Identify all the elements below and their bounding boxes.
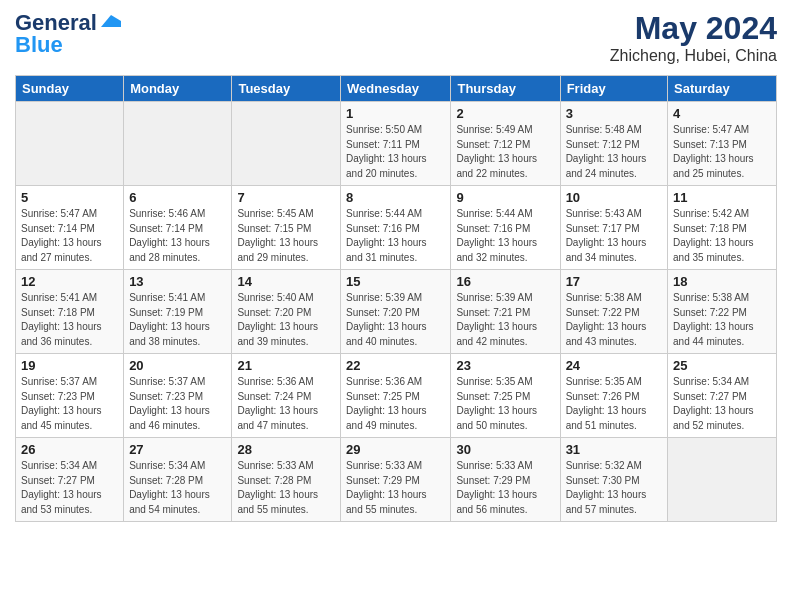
day-info-22: Sunrise: 5:36 AM Sunset: 7:25 PM Dayligh… xyxy=(346,375,445,433)
calendar-cell-4-2: 28Sunrise: 5:33 AM Sunset: 7:28 PM Dayli… xyxy=(232,438,341,522)
day-info-4: Sunrise: 5:47 AM Sunset: 7:13 PM Dayligh… xyxy=(673,123,771,181)
day-info-16: Sunrise: 5:39 AM Sunset: 7:21 PM Dayligh… xyxy=(456,291,554,349)
calendar-cell-1-6: 11Sunrise: 5:42 AM Sunset: 7:18 PM Dayli… xyxy=(668,186,777,270)
location-title: Zhicheng, Hubei, China xyxy=(610,47,777,65)
logo: General Blue xyxy=(15,10,121,58)
day-info-13: Sunrise: 5:41 AM Sunset: 7:19 PM Dayligh… xyxy=(129,291,226,349)
day-number-12: 12 xyxy=(21,274,118,289)
day-number-10: 10 xyxy=(566,190,662,205)
day-number-19: 19 xyxy=(21,358,118,373)
day-info-11: Sunrise: 5:42 AM Sunset: 7:18 PM Dayligh… xyxy=(673,207,771,265)
calendar-cell-3-4: 23Sunrise: 5:35 AM Sunset: 7:25 PM Dayli… xyxy=(451,354,560,438)
day-info-2: Sunrise: 5:49 AM Sunset: 7:12 PM Dayligh… xyxy=(456,123,554,181)
day-info-28: Sunrise: 5:33 AM Sunset: 7:28 PM Dayligh… xyxy=(237,459,335,517)
day-number-20: 20 xyxy=(129,358,226,373)
day-number-29: 29 xyxy=(346,442,445,457)
day-info-17: Sunrise: 5:38 AM Sunset: 7:22 PM Dayligh… xyxy=(566,291,662,349)
calendar-cell-1-3: 8Sunrise: 5:44 AM Sunset: 7:16 PM Daylig… xyxy=(341,186,451,270)
logo-blue-text: Blue xyxy=(15,32,63,58)
day-info-8: Sunrise: 5:44 AM Sunset: 7:16 PM Dayligh… xyxy=(346,207,445,265)
logo-icon xyxy=(99,13,121,29)
day-number-18: 18 xyxy=(673,274,771,289)
day-number-15: 15 xyxy=(346,274,445,289)
calendar-cell-1-1: 6Sunrise: 5:46 AM Sunset: 7:14 PM Daylig… xyxy=(124,186,232,270)
weekday-header-row: Sunday Monday Tuesday Wednesday Thursday… xyxy=(16,76,777,102)
day-info-3: Sunrise: 5:48 AM Sunset: 7:12 PM Dayligh… xyxy=(566,123,662,181)
day-info-23: Sunrise: 5:35 AM Sunset: 7:25 PM Dayligh… xyxy=(456,375,554,433)
calendar-cell-4-5: 31Sunrise: 5:32 AM Sunset: 7:30 PM Dayli… xyxy=(560,438,667,522)
header: General Blue May 2024 Zhicheng, Hubei, C… xyxy=(15,10,777,65)
day-info-20: Sunrise: 5:37 AM Sunset: 7:23 PM Dayligh… xyxy=(129,375,226,433)
calendar-cell-2-5: 17Sunrise: 5:38 AM Sunset: 7:22 PM Dayli… xyxy=(560,270,667,354)
day-number-30: 30 xyxy=(456,442,554,457)
day-info-26: Sunrise: 5:34 AM Sunset: 7:27 PM Dayligh… xyxy=(21,459,118,517)
calendar-cell-0-6: 4Sunrise: 5:47 AM Sunset: 7:13 PM Daylig… xyxy=(668,102,777,186)
calendar-cell-2-4: 16Sunrise: 5:39 AM Sunset: 7:21 PM Dayli… xyxy=(451,270,560,354)
day-info-14: Sunrise: 5:40 AM Sunset: 7:20 PM Dayligh… xyxy=(237,291,335,349)
day-number-21: 21 xyxy=(237,358,335,373)
calendar-cell-1-0: 5Sunrise: 5:47 AM Sunset: 7:14 PM Daylig… xyxy=(16,186,124,270)
week-row-3: 12Sunrise: 5:41 AM Sunset: 7:18 PM Dayli… xyxy=(16,270,777,354)
calendar-cell-0-5: 3Sunrise: 5:48 AM Sunset: 7:12 PM Daylig… xyxy=(560,102,667,186)
day-info-30: Sunrise: 5:33 AM Sunset: 7:29 PM Dayligh… xyxy=(456,459,554,517)
day-info-29: Sunrise: 5:33 AM Sunset: 7:29 PM Dayligh… xyxy=(346,459,445,517)
day-number-22: 22 xyxy=(346,358,445,373)
calendar-cell-0-3: 1Sunrise: 5:50 AM Sunset: 7:11 PM Daylig… xyxy=(341,102,451,186)
day-number-28: 28 xyxy=(237,442,335,457)
header-sunday: Sunday xyxy=(16,76,124,102)
calendar-cell-4-0: 26Sunrise: 5:34 AM Sunset: 7:27 PM Dayli… xyxy=(16,438,124,522)
calendar-cell-2-1: 13Sunrise: 5:41 AM Sunset: 7:19 PM Dayli… xyxy=(124,270,232,354)
header-wednesday: Wednesday xyxy=(341,76,451,102)
header-saturday: Saturday xyxy=(668,76,777,102)
day-number-5: 5 xyxy=(21,190,118,205)
calendar-cell-0-2 xyxy=(232,102,341,186)
header-friday: Friday xyxy=(560,76,667,102)
header-tuesday: Tuesday xyxy=(232,76,341,102)
day-info-5: Sunrise: 5:47 AM Sunset: 7:14 PM Dayligh… xyxy=(21,207,118,265)
header-thursday: Thursday xyxy=(451,76,560,102)
day-number-11: 11 xyxy=(673,190,771,205)
day-info-10: Sunrise: 5:43 AM Sunset: 7:17 PM Dayligh… xyxy=(566,207,662,265)
calendar-cell-0-1 xyxy=(124,102,232,186)
day-number-1: 1 xyxy=(346,106,445,121)
day-number-27: 27 xyxy=(129,442,226,457)
day-number-13: 13 xyxy=(129,274,226,289)
calendar-cell-3-3: 22Sunrise: 5:36 AM Sunset: 7:25 PM Dayli… xyxy=(341,354,451,438)
week-row-2: 5Sunrise: 5:47 AM Sunset: 7:14 PM Daylig… xyxy=(16,186,777,270)
day-info-9: Sunrise: 5:44 AM Sunset: 7:16 PM Dayligh… xyxy=(456,207,554,265)
day-number-3: 3 xyxy=(566,106,662,121)
title-section: May 2024 Zhicheng, Hubei, China xyxy=(610,10,777,65)
calendar-cell-3-0: 19Sunrise: 5:37 AM Sunset: 7:23 PM Dayli… xyxy=(16,354,124,438)
week-row-1: 1Sunrise: 5:50 AM Sunset: 7:11 PM Daylig… xyxy=(16,102,777,186)
calendar-cell-1-2: 7Sunrise: 5:45 AM Sunset: 7:15 PM Daylig… xyxy=(232,186,341,270)
day-number-17: 17 xyxy=(566,274,662,289)
day-number-6: 6 xyxy=(129,190,226,205)
month-title: May 2024 xyxy=(610,10,777,47)
week-row-5: 26Sunrise: 5:34 AM Sunset: 7:27 PM Dayli… xyxy=(16,438,777,522)
day-info-27: Sunrise: 5:34 AM Sunset: 7:28 PM Dayligh… xyxy=(129,459,226,517)
day-number-8: 8 xyxy=(346,190,445,205)
calendar-cell-2-2: 14Sunrise: 5:40 AM Sunset: 7:20 PM Dayli… xyxy=(232,270,341,354)
calendar-cell-1-4: 9Sunrise: 5:44 AM Sunset: 7:16 PM Daylig… xyxy=(451,186,560,270)
day-info-19: Sunrise: 5:37 AM Sunset: 7:23 PM Dayligh… xyxy=(21,375,118,433)
svg-marker-0 xyxy=(101,15,121,27)
calendar-cell-2-3: 15Sunrise: 5:39 AM Sunset: 7:20 PM Dayli… xyxy=(341,270,451,354)
day-number-24: 24 xyxy=(566,358,662,373)
week-row-4: 19Sunrise: 5:37 AM Sunset: 7:23 PM Dayli… xyxy=(16,354,777,438)
day-info-12: Sunrise: 5:41 AM Sunset: 7:18 PM Dayligh… xyxy=(21,291,118,349)
calendar-cell-4-3: 29Sunrise: 5:33 AM Sunset: 7:29 PM Dayli… xyxy=(341,438,451,522)
day-number-16: 16 xyxy=(456,274,554,289)
day-number-23: 23 xyxy=(456,358,554,373)
page-container: General Blue May 2024 Zhicheng, Hubei, C… xyxy=(0,0,792,537)
day-info-21: Sunrise: 5:36 AM Sunset: 7:24 PM Dayligh… xyxy=(237,375,335,433)
day-info-1: Sunrise: 5:50 AM Sunset: 7:11 PM Dayligh… xyxy=(346,123,445,181)
calendar-cell-3-5: 24Sunrise: 5:35 AM Sunset: 7:26 PM Dayli… xyxy=(560,354,667,438)
calendar-cell-2-0: 12Sunrise: 5:41 AM Sunset: 7:18 PM Dayli… xyxy=(16,270,124,354)
day-number-2: 2 xyxy=(456,106,554,121)
day-info-15: Sunrise: 5:39 AM Sunset: 7:20 PM Dayligh… xyxy=(346,291,445,349)
day-number-9: 9 xyxy=(456,190,554,205)
calendar-cell-3-2: 21Sunrise: 5:36 AM Sunset: 7:24 PM Dayli… xyxy=(232,354,341,438)
calendar: Sunday Monday Tuesday Wednesday Thursday… xyxy=(15,75,777,522)
day-number-7: 7 xyxy=(237,190,335,205)
header-monday: Monday xyxy=(124,76,232,102)
